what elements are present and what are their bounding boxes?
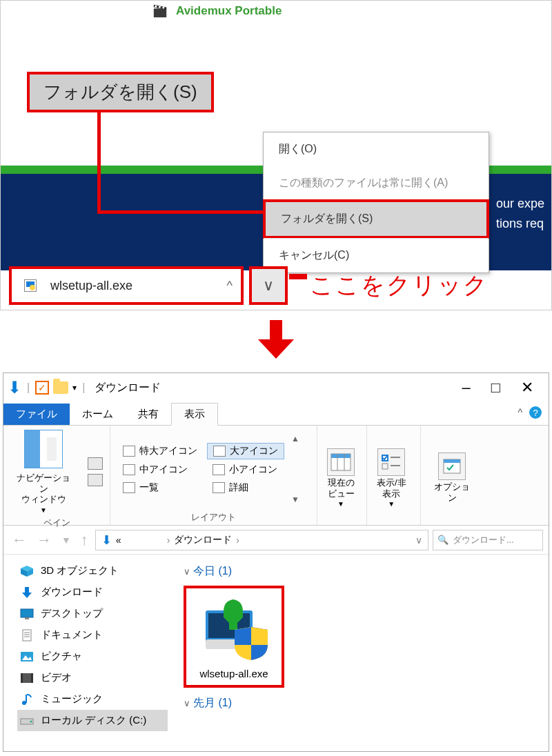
ribbon-group-layout: 特大アイコン 大アイコン 中アイコン 小アイコン 一覧 詳細 ▲▼ レイアウト [110,426,317,525]
tree-documents[interactable]: ドキュメント [17,624,168,646]
ctx-open-folder[interactable]: フォルダを開く(S) [263,199,489,239]
file-wlsetup[interactable]: wlsetup-all.exe [184,586,284,688]
close-button[interactable]: ✕ [521,379,533,397]
show-hide-button[interactable]: 表示/非 表示▼ [374,446,409,508]
tab-home[interactable]: ホーム [70,404,126,425]
svg-rect-34 [26,695,27,703]
ribbon-group-options: オプション [421,426,483,525]
svg-rect-23 [25,617,29,619]
down-arrow-icon: ⬇ [8,378,21,397]
ribbon-tabs: ファイル ホーム 共有 表示 ^ ? [3,402,549,426]
layout-small[interactable]: 小アイコン [207,462,284,477]
crumb-separator: › [236,535,239,546]
ctx-cancel[interactable]: キャンセル(C) [264,239,489,272]
tiles-icon [123,446,135,457]
svg-rect-8 [331,454,351,458]
maximize-button[interactable]: □ [491,379,500,397]
tree-label: ドキュメント [41,628,103,641]
layout-list[interactable]: 一覧 [117,480,203,495]
chevron-down-icon: ∨ [263,277,274,295]
tree-label: ピクチャ [41,650,82,663]
layout-medium[interactable]: 中アイコン [117,462,203,477]
preview-pane-button[interactable] [88,457,103,470]
minimize-button[interactable]: – [462,379,470,397]
checkboxes-icon [377,448,405,476]
svg-rect-12 [382,464,388,469]
separator: | [82,381,85,394]
download-context-menu: 開く(O) この種類のファイルは常に開く(A) フォルダを開く(S) キャンセル… [263,132,489,273]
callout-open-folder: フォルダを開く(S) [27,72,214,112]
svg-marker-6 [258,339,294,359]
nav-forward-button[interactable]: → [34,531,55,549]
banner-line: our expe [496,194,544,214]
explorer-window: ⬇ | ✓ ▾ | ダウンロード – □ ✕ ファイル ホーム 共有 表示 ^ … [3,372,549,752]
layout-details[interactable]: 詳細 [207,480,284,495]
tree-desktop[interactable]: デスクトップ [17,603,168,624]
list-icon [123,482,135,493]
svg-rect-32 [31,673,33,683]
collapse-ribbon-icon[interactable]: ^ [518,407,522,418]
dots-icon [213,464,225,475]
quick-access-toolbar: ⬇ | ✓ ▾ | ダウンロード [8,378,161,397]
tutorial-panel: Avidemux Portable our expe tions req フォル… [0,0,552,310]
group-today[interactable]: ∨今日 (1) [184,564,538,579]
svg-rect-16 [444,459,460,463]
chevron-up-icon: ^ [227,279,233,293]
checkbox-icon[interactable]: ✓ [35,381,49,395]
download-bar[interactable]: wlsetup-all.exe ^ [9,266,244,305]
help-icon[interactable]: ? [529,406,542,419]
search-input[interactable]: 🔍 ダウンロード... [433,530,543,550]
breadcrumb[interactable]: ⬇ « › ダウンロード › ∨ [95,530,428,550]
crumb-folder[interactable]: ダウンロード [174,534,232,546]
svg-rect-0 [154,8,166,17]
tree-downloads[interactable]: ダウンロード [17,581,168,603]
download-menu-toggle[interactable]: ∨ [249,266,288,305]
details-icon [213,482,225,493]
explorer-body: 3D オブジェクト ダウンロード デスクトップ ドキュメント ピクチャ ビデオ … [3,555,549,751]
ribbon-group-label: レイアウト [117,508,310,524]
layout-large[interactable]: 大アイコン [207,443,284,459]
app-label: Avidemux Portable [176,4,282,18]
ctx-open[interactable]: 開く(O) [264,132,489,166]
ribbon-group-pane: ナビゲーション ウィンドウ▼ ペイン [3,426,110,525]
tab-view[interactable]: 表示 [171,403,218,426]
tree-music[interactable]: ミュージック [17,688,168,710]
chevron-down-icon: ▼ [337,500,344,508]
nav-history-button[interactable]: ▼ [59,535,74,546]
chevron-down-icon[interactable]: ∨ [415,535,422,546]
tree-videos[interactable]: ビデオ [17,667,168,688]
layout-more-icon[interactable]: ▲▼ [291,430,299,508]
group-label: 今日 (1) [193,564,232,579]
current-view-button[interactable]: 現在の ビュー▼ [324,446,357,508]
layout-extra-large[interactable]: 特大アイコン [117,443,203,459]
tree-label: ミュージック [41,693,103,706]
navigation-pane-icon [24,430,63,468]
tree-3d-objects[interactable]: 3D オブジェクト [17,560,168,581]
tree-pictures[interactable]: ピクチャ [17,646,168,667]
ribbon-group-show-hide: 表示/非 表示▼ [367,426,421,525]
tab-file[interactable]: ファイル [3,404,70,425]
nav-back-button[interactable]: ← [9,531,30,549]
installer-icon [24,279,37,292]
tab-share[interactable]: 共有 [126,404,171,425]
ctx-always-open[interactable]: この種類のファイルは常に開く(A) [264,166,489,200]
group-last-month[interactable]: ∨先月 (1) [184,696,538,710]
details-pane-button[interactable] [88,474,103,486]
music-note-icon [20,693,34,706]
nav-up-button[interactable]: ↑ [78,531,91,549]
window-title: ダウンロード [95,381,161,395]
download-filename: wlsetup-all.exe [50,279,227,293]
folder-icon [53,381,68,394]
drive-icon [20,715,34,727]
callout-connector [97,112,101,212]
down-arrow-icon: ⬇ [101,533,112,548]
search-icon: 🔍 [437,535,448,545]
app-entry[interactable]: Avidemux Portable [152,3,282,19]
installer-shield-icon [196,595,272,664]
navigation-pane-button[interactable]: ナビゲーション ウィンドウ▼ [10,470,77,514]
ribbon-view: ナビゲーション ウィンドウ▼ ペイン 特大アイコン 大アイコン 中アイコン 小ア… [3,426,549,526]
options-button[interactable]: オプション [428,450,476,503]
qat-dropdown[interactable]: ▾ [72,383,77,392]
click-here-label: ここをクリック [310,270,489,301]
tree-local-disk[interactable]: ローカル ディスク (C:) [17,710,168,731]
